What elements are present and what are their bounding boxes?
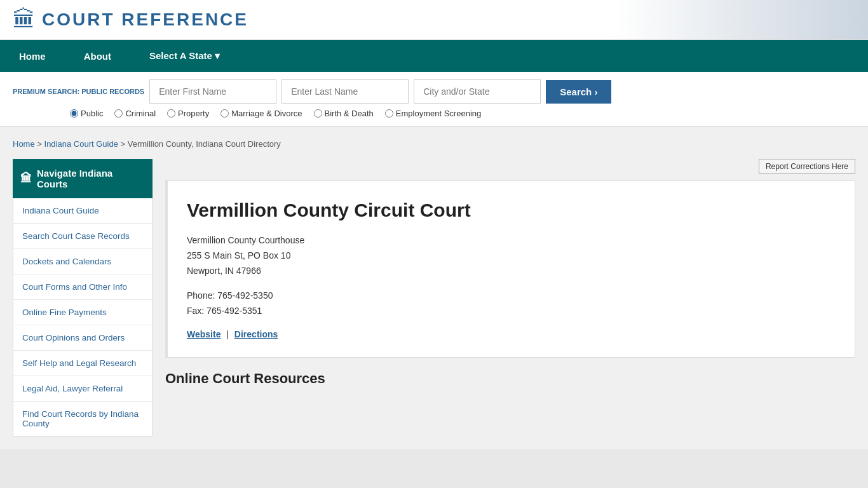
sidebar-item-self-help[interactable]: Self Help and Legal Research: [13, 351, 152, 376]
radio-criminal[interactable]: Criminal: [114, 109, 156, 118]
sidebar: 🏛 Navigate Indiana Courts Indiana Court …: [13, 159, 153, 437]
sidebar-item-legal-aid[interactable]: Legal Aid, Lawyer Referral: [13, 376, 152, 402]
search-radio-group: Public Criminal Property Marriage & Divo…: [13, 104, 855, 118]
last-name-input[interactable]: [281, 79, 409, 104]
logo-area: 🏛 COURT REFERENCE: [13, 6, 248, 33]
nav-select-state[interactable]: Select A State ▾: [130, 40, 239, 72]
sidebar-item-opinions[interactable]: Court Opinions and Orders: [13, 325, 152, 351]
report-corrections-button[interactable]: Report Corrections Here: [759, 159, 855, 174]
breadcrumb-guide[interactable]: Indiana Court Guide: [44, 139, 118, 149]
search-button[interactable]: Search ›: [546, 80, 611, 104]
courthouse-nav-icon: 🏛: [20, 172, 32, 186]
court-card: Vermillion County Circuit Court Vermilli…: [165, 180, 855, 358]
court-fax: Fax: 765-492-5351: [187, 304, 836, 319]
court-links: Website | Directions: [187, 329, 836, 339]
courthouse-icon: 🏛: [13, 6, 36, 33]
online-resources-title: Online Court Resources: [165, 370, 855, 387]
sidebar-item-forms[interactable]: Court Forms and Other Info: [13, 274, 152, 300]
breadcrumb-current: Vermillion County, Indiana Court Directo…: [128, 139, 281, 149]
court-website-link[interactable]: Website: [187, 329, 220, 339]
breadcrumb-home[interactable]: Home: [13, 139, 35, 149]
report-btn-row: Report Corrections Here: [165, 159, 855, 174]
court-address-line2: 255 S Main St, PO Box 10: [187, 248, 836, 264]
court-name: Vermillion County Circuit Court: [187, 199, 836, 222]
radio-public[interactable]: Public: [70, 109, 103, 118]
nav-about[interactable]: About: [65, 40, 130, 72]
first-name-input[interactable]: [149, 79, 276, 104]
court-address-line3: Newport, IN 47966: [187, 264, 836, 279]
radio-property[interactable]: Property: [167, 109, 209, 118]
search-bar: PREMIUM SEARCH: PUBLIC RECORDS Search › …: [0, 72, 868, 126]
sidebar-item-dockets[interactable]: Dockets and Calendars: [13, 249, 152, 274]
city-input[interactable]: [414, 79, 541, 104]
sidebar-item-fine-payments[interactable]: Online Fine Payments: [13, 300, 152, 325]
breadcrumb: Home > Indiana Court Guide > Vermillion …: [13, 139, 855, 149]
sidebar-nav-title: Navigate Indiana Courts: [37, 168, 145, 189]
site-header: 🏛 COURT REFERENCE: [0, 0, 868, 40]
court-address-line1: Vermillion County Courthouse: [187, 233, 836, 248]
radio-birth-death[interactable]: Birth & Death: [314, 109, 374, 118]
page-wrapper: Home > Indiana Court Guide > Vermillion …: [0, 126, 868, 449]
nav-home[interactable]: Home: [0, 40, 65, 72]
court-address: Vermillion County Courthouse 255 S Main …: [187, 233, 836, 278]
court-contact: Phone: 765-492-5350 Fax: 765-492-5351: [187, 288, 836, 319]
sidebar-item-find-records[interactable]: Find Court Records by Indiana County: [13, 402, 152, 436]
premium-label: PREMIUM SEARCH: PUBLIC RECORDS: [13, 87, 144, 96]
site-logo-text: COURT REFERENCE: [42, 10, 248, 30]
sidebar-item-search-records[interactable]: Search Court Case Records: [13, 224, 152, 249]
sidebar-nav-header: 🏛 Navigate Indiana Courts: [13, 159, 153, 198]
sidebar-nav-list: Indiana Court Guide Search Court Case Re…: [13, 198, 153, 437]
court-directions-link[interactable]: Directions: [234, 329, 278, 339]
main-content: Report Corrections Here Vermillion Count…: [165, 159, 855, 437]
content-layout: 🏛 Navigate Indiana Courts Indiana Court …: [13, 159, 855, 437]
main-nav: Home About Select A State ▾: [0, 40, 868, 72]
sidebar-item-court-guide[interactable]: Indiana Court Guide: [13, 198, 152, 224]
radio-employment[interactable]: Employment Screening: [385, 109, 481, 118]
court-phone: Phone: 765-492-5350: [187, 288, 836, 304]
radio-marriage-divorce[interactable]: Marriage & Divorce: [220, 109, 302, 118]
